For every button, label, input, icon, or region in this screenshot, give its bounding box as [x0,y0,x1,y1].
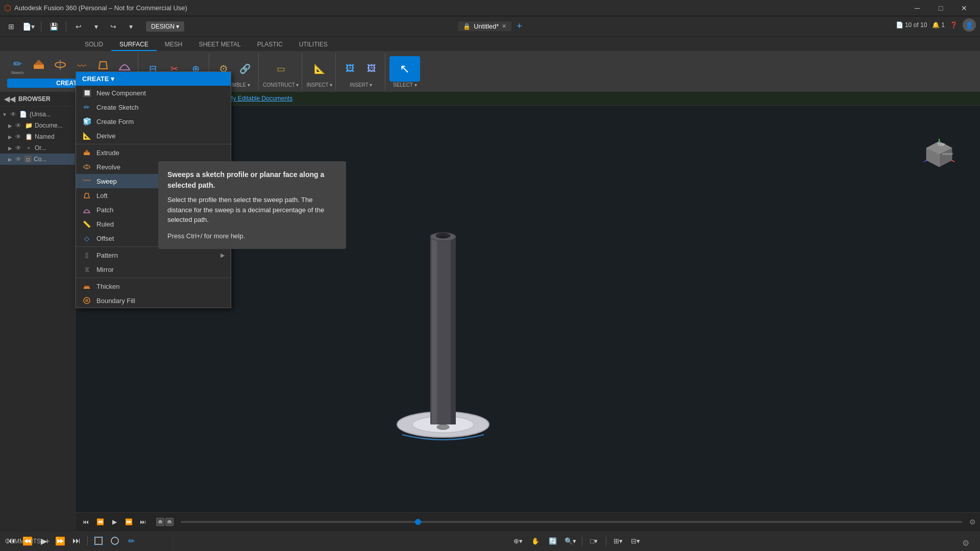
minimize-button[interactable]: ─ [905,0,929,16]
named-eye-icon[interactable]: 👁 [14,133,22,141]
undo-arrow[interactable]: ▾ [89,19,103,34]
extrude-ribbon-btn[interactable] [29,55,49,78]
editable-docs-link[interactable]: My Editable Documents [228,95,292,102]
close-button[interactable]: ✕ [952,0,976,16]
tree-item-documents[interactable]: ▶ 👁 📁 Docume... [0,120,75,131]
timeline-play-button[interactable]: ▶ [108,516,120,528]
timeline-end-button[interactable]: ⏭ [137,516,149,528]
rigid-group-btn[interactable]: 🔗 [235,58,255,80]
view-settings-button[interactable]: ⊟▾ [628,534,643,548]
notification-bell[interactable]: 🔔 1 [932,21,945,29]
sketch-rect-btn[interactable] [91,534,106,548]
boundary-fill-item[interactable]: Boundary Fill [76,293,231,308]
pattern-label: Pattern [96,252,118,259]
insert-icons: 🖼 🖼 [340,55,382,82]
extrude-label: Extrude [96,149,119,157]
step-icon-1[interactable] [156,518,164,526]
thicken-item[interactable]: Thicken [76,279,231,293]
document-tab[interactable]: 🔒 Untitled* ✕ [458,21,511,31]
tab-mesh[interactable]: MESH [157,39,191,51]
home-button[interactable]: ⊞ [4,19,18,34]
svg-marker-1 [34,60,44,65]
playback-next-btn[interactable]: ⏩ [53,534,67,548]
mirror-item[interactable]: ⧖ Mirror [76,262,231,277]
tree-item-origin[interactable]: ▶ 👁 ⚬ Or... [0,142,75,154]
create-sketch-item[interactable]: ✏ Create Sketch [76,100,231,114]
derive-icon: 📐 [82,131,91,140]
playback-end-btn[interactable]: ⏭ [69,534,84,548]
comp-eye-icon[interactable]: 👁 [14,155,22,163]
insert-svg-btn[interactable]: 🖼 [340,58,360,80]
undo-button[interactable]: ↩ [71,19,86,34]
grid-button[interactable]: ⊞▾ [611,534,625,548]
orbit-button[interactable]: ⊕▾ [511,534,525,548]
doc-eye-icon[interactable]: 👁 [14,121,22,130]
timeline-thumb[interactable] [415,519,421,525]
playback-divider [87,536,88,545]
zoom-fit-button[interactable]: 🔍▾ [563,534,577,548]
tab-close-button[interactable]: ✕ [502,23,506,30]
comp-expand-icon: ▶ [8,157,12,162]
select-label[interactable]: SELECT ▾ [393,82,417,88]
tab-plastic[interactable]: PLASTIC [249,39,291,51]
redo-button[interactable]: ↪ [106,19,120,34]
origin-eye-icon[interactable]: 👁 [14,144,22,152]
svg-text:FRONT: FRONT [943,153,953,156]
window-controls: ─ □ ✕ [905,0,976,16]
redo-arrow[interactable]: ▾ [124,19,138,34]
create-form-icon: 🧊 [82,117,91,126]
extrude-item[interactable]: Extrude [76,145,231,160]
pattern-item[interactable]: ⣿ Pattern ▶ [76,248,231,262]
inspect-label[interactable]: INSPECT ▾ [306,82,332,88]
decal-btn[interactable]: 🖼 [361,58,382,80]
tab-utilities[interactable]: UTILITIES [291,39,336,51]
tree-item-root[interactable]: ▼ 👁 📄 (Unsa... [0,109,75,120]
tab-surface[interactable]: SURFACE [111,39,157,51]
timeline-settings-icon[interactable]: ⚙ [969,518,976,526]
create-sketch-ribbon-btn[interactable]: ✏ Sketch [7,55,28,78]
divider-1 [41,21,41,32]
create-form-item[interactable]: 🧊 Create Form [76,114,231,129]
measure-btn[interactable]: 📐 [309,58,330,80]
sketch-pen-btn[interactable]: ✏ [124,534,138,548]
design-button[interactable]: DESIGN ▾ [146,21,184,32]
tree-item-component[interactable]: ▶ 👁 □ Co... [0,154,75,165]
pan-button[interactable]: ✋ [528,534,543,548]
playback-play-btn[interactable]: ▶ [37,534,51,548]
account-avatar[interactable]: 👤 [963,18,976,32]
revolve-ribbon-btn[interactable] [50,55,70,78]
display-mode-button[interactable]: □▾ [587,534,601,548]
sidebar-collapse-icon[interactable]: ◀◀ [4,95,15,103]
orbit-free-button[interactable]: 🔄 [546,534,560,548]
timeline-progress-bar[interactable] [181,521,962,523]
mirror-label: Mirror [96,266,114,273]
tab-solid[interactable]: SOLID [77,39,111,51]
doc-count[interactable]: 📄 10 of 10 [896,21,927,29]
construct-label[interactable]: CONSTRUCT ▾ [263,82,299,88]
select-btn[interactable]: ↖ [389,56,420,82]
bottom-right-settings[interactable]: ⚙ [955,538,976,548]
new-component-item[interactable]: 🔲 New Component [76,86,231,100]
maximize-button[interactable]: □ [929,0,952,16]
svg-point-33 [94,537,96,538]
save-button[interactable]: 💾 [46,19,61,34]
timeline-prev-button[interactable]: ⏪ [94,516,106,528]
new-tab-button[interactable]: + [517,21,522,32]
help-button[interactable]: ❓ [950,21,958,29]
sketch-circ-btn[interactable] [108,534,122,548]
patch-icon [82,205,91,214]
file-menu-button[interactable]: 📄▾ [21,19,36,34]
timeline-next-button[interactable]: ⏩ [122,516,135,528]
comp-icon: □ [24,156,32,163]
insert-label[interactable]: INSERT ▾ [350,82,372,88]
tree-item-named[interactable]: ▶ 👁 📋 Named [0,131,75,142]
tab-sheet-metal[interactable]: SHEET METAL [190,39,249,51]
derive-item[interactable]: 📐 Derive [76,129,231,143]
playback-start-btn[interactable]: ⏮ [4,534,18,548]
view-cube[interactable]: TOP FRONT [919,134,960,174]
playback-prev-btn[interactable]: ⏪ [20,534,35,548]
timeline-start-button[interactable]: ⏮ [80,516,92,528]
step-icon-2[interactable] [165,518,174,526]
root-eye-icon[interactable]: 👁 [9,110,17,118]
plane-btn[interactable]: ▭ [271,58,291,80]
